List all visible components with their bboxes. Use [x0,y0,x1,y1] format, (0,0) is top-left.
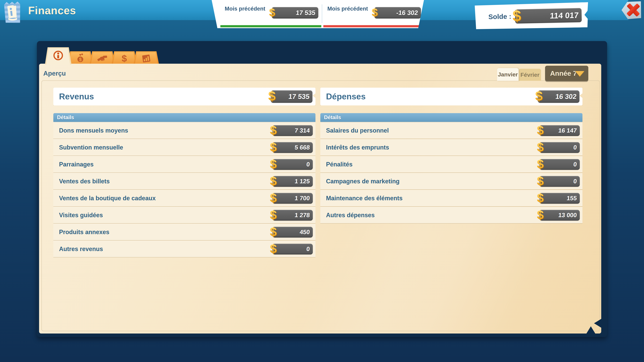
row-label: Ventes des billets [59,178,110,185]
details-header: Détails [53,113,316,122]
tab-contracts[interactable] [90,51,115,64]
row-amount: $0 [272,244,313,254]
balance-panel: Solde : $114 017 [475,2,589,30]
row-label: Autres revenus [59,246,103,253]
table-row: Autres revenus $0 [53,241,316,257]
stat-divider [322,4,322,23]
row-amount: $155 [540,193,580,204]
income-amount: $17 535 [272,7,318,18]
row-label: Visites guidées [59,212,103,219]
tab-overview[interactable] [45,47,72,64]
stat-label: Mois précédent [225,6,268,12]
row-label: Dons mensuels moyens [59,127,128,134]
row-label: Produits annexes [59,229,109,236]
frame-notch-bottom [586,326,595,334]
trend-bar-negative [323,25,424,27]
chevron-down-icon [575,71,584,76]
table-row: Pénalités $0 [320,156,582,172]
currency-icon: $ [535,88,543,104]
currency-icon: $ [270,207,277,222]
column-total-card: Dépenses $16 302 [320,88,582,105]
row-label: Parrainages [59,161,94,168]
table-row: Subvention mensuelle $5 668 [53,139,316,156]
tab-charts[interactable] [134,51,159,64]
currency-icon: $ [270,174,277,188]
table-row: Campagnes de marketing $0 [320,173,582,189]
row-label: Salaires du personnel [326,127,389,134]
svg-text:$: $ [122,53,127,64]
finances-book-icon [4,1,21,23]
row-label: Ventes de la boutique de cadeaux [59,195,156,202]
month-tab-label: Février [520,71,539,78]
row-label: Intérêts des emprunts [326,144,389,151]
row-amount: $1 125 [272,176,313,187]
tab-income[interactable]: $ [68,51,93,64]
handshake-icon [97,53,108,64]
row-amount: $0 [272,159,313,170]
table-row: Visites guidées $1 278 [53,207,316,223]
row-amount: $0 [540,159,580,170]
row-amount: $16 147 [540,125,580,136]
bar-chart-icon [141,53,152,64]
row-label: Autres dépenses [326,212,375,219]
row-amount: $450 [272,227,313,238]
row-amount: $1 700 [272,193,313,204]
row-amount: $7 314 [272,125,313,136]
currency-icon: $ [537,207,544,222]
column-title: Revenus [59,92,94,101]
svg-text:$: $ [79,57,82,62]
currency-icon: $ [269,6,275,19]
currency-icon: $ [270,191,277,205]
currency-icon: $ [372,6,378,19]
year-dropdown[interactable]: Année 7 [545,66,588,81]
previous-month-income: Mois précédent $17 535 [221,0,319,28]
table-row: Dons mensuels moyens $7 314 [53,122,316,139]
details-rows: Dons mensuels moyens $7 314 Subvention m… [53,122,316,257]
month-tab-label: Janvier [498,71,518,78]
row-amount: $1 278 [272,210,313,221]
table-row: Autres dépenses $13 000 [320,207,582,223]
expense-amount: $-16 302 [374,7,421,18]
currency-icon: $ [537,123,544,137]
table-row: Ventes des billets $1 125 [53,173,316,189]
currency-icon: $ [270,224,277,239]
column-total: $17 535 [271,90,312,103]
column-revenus: Revenus $17 535 Détails Dons mensuels mo… [53,88,316,258]
column-title: Dépenses [326,92,366,101]
row-amount: $0 [540,176,580,187]
table-row: Maintenance des éléments $155 [320,190,582,206]
table-row: Ventes de la boutique de cadeaux $1 700 [53,190,316,206]
currency-icon: $ [512,7,521,25]
column-total: $16 302 [538,90,580,103]
currency-icon: $ [537,174,544,188]
table-row: Produits annexes $450 [53,224,316,240]
currency-icon: $ [537,140,544,154]
currency-icon: $ [270,157,277,171]
balance-amount: $114 017 [515,8,582,23]
trend-bar-positive [220,25,321,27]
currency-icon: $ [537,191,544,205]
row-label: Maintenance des éléments [326,195,402,202]
section-title: Aperçu [43,70,66,77]
table-row: Salaires du personnel $16 147 [320,122,582,139]
tab-money[interactable]: $ [112,51,137,64]
column-depenses: Dépenses $16 302 Détails Salaires du per… [320,88,582,224]
month-tab-fevrier[interactable]: Février [519,69,541,81]
row-amount: $5 668 [272,142,313,153]
row-amount: $13 000 [540,210,580,221]
money-bag-icon: $ [75,53,86,63]
previous-month-panel: Mois précédent $17 535 Mois précédent $-… [212,0,424,28]
currency-icon: $ [270,123,277,137]
row-label: Campagnes de marketing [326,178,400,185]
currency-icon: $ [537,157,544,171]
stat-label: Mois précédent [327,6,371,12]
details-header: Détails [320,113,582,122]
currency-icon: $ [270,140,277,154]
row-label: Subvention mensuelle [59,144,123,151]
currency-icon: $ [270,241,277,256]
month-tab-janvier[interactable]: Janvier [497,68,518,81]
year-dropdown-label: Année 7 [550,69,577,77]
row-amount: $0 [540,142,580,153]
column-total-card: Revenus $17 535 [53,88,316,105]
dollar-icon: $ [119,53,130,64]
